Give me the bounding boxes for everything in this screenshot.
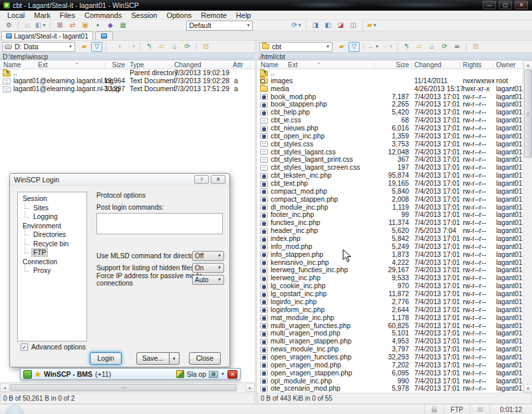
parent-directory-button[interactable]: ↰▼ bbox=[401, 42, 412, 52]
mlsd-combo[interactable]: Off ▼ bbox=[192, 251, 224, 261]
open-directory-button[interactable]: ▰▼ bbox=[336, 42, 347, 52]
book_mod.php[interactable]: book_mod.php 7,187 7/4/2013 17:01 rw-r--… bbox=[257, 93, 523, 101]
menu-item[interactable]: Options bbox=[162, 11, 196, 20]
new-session-button[interactable]: ◨▼ bbox=[310, 21, 321, 31]
save-button[interactable]: Save... bbox=[136, 352, 170, 365]
cbt_ie.css[interactable]: cbt_ie.css 68 7/4/2013 17:01 rw-r--r-- l… bbox=[257, 116, 523, 124]
lg_opstart_inc.php[interactable]: lg_opstart_inc.php 11,872 7/4/2013 17:01… bbox=[257, 290, 523, 298]
cbt_text.php[interactable]: cbt_text.php 19,165 7/4/2013 17:01 rw-r-… bbox=[257, 180, 523, 188]
refresh-button[interactable]: ⟳▼ bbox=[182, 42, 193, 52]
image-icon[interactable]: ▦ bbox=[209, 371, 218, 378]
session-tab[interactable]: Lagant/Steal-it - lagant01 bbox=[1, 31, 93, 40]
leerweg_inc.php[interactable]: leerweg_inc.php 9,533 7/4/2013 17:01 rw-… bbox=[257, 274, 523, 282]
cbt_teksten_inc.php[interactable]: cbt_teksten_inc.php 95,874 7/4/2013 17:0… bbox=[257, 172, 523, 180]
cbt_styles_lagant_screen.css[interactable]: cbt_styles_lagant_screen.css 197 7/4/201… bbox=[257, 164, 523, 172]
synchronize-button[interactable]: ⊞▼ bbox=[54, 21, 65, 31]
menu-item[interactable]: Commands bbox=[80, 11, 126, 20]
background-transfers-button[interactable]: ▦▼ bbox=[117, 21, 128, 31]
lagant01@elearning.lagant.nl-1.log[interactable]: lagant01@elearning.lagant.nl-1.log 30,29… bbox=[0, 85, 255, 93]
column-name[interactable]: Name bbox=[261, 61, 279, 69]
media[interactable]: media 4/26/2013 15:17 rwxr-xr-x lagant01 bbox=[257, 85, 523, 93]
site-manager-button[interactable]: ▰▼ bbox=[366, 21, 378, 31]
minimize-button[interactable]: — bbox=[483, 1, 496, 9]
menu-item[interactable]: Files bbox=[55, 11, 80, 20]
close-button[interactable]: ✕ bbox=[515, 1, 528, 9]
cbt_open_inc.php[interactable]: cbt_open_inc.php 1,359 7/4/2013 17:01 rw… bbox=[257, 132, 523, 140]
queue-button[interactable]: ▤▼ bbox=[22, 21, 33, 31]
dialog-close-button[interactable]: ✕ bbox=[211, 175, 225, 184]
mat_module_inc.php[interactable]: mat_module_inc.php 1,178 7/4/2013 17:01 … bbox=[257, 314, 523, 322]
vertical-scrollbar[interactable]: ▲ ▼ bbox=[523, 61, 532, 393]
menu-item[interactable]: Mark bbox=[29, 11, 55, 20]
column-name[interactable]: Name bbox=[3, 61, 21, 69]
parent-directory-button[interactable]: ↰▼ bbox=[144, 42, 155, 52]
menu-item[interactable]: Help bbox=[231, 11, 256, 20]
scroll-up-arrow[interactable]: ▲ bbox=[523, 61, 532, 69]
tree-item[interactable]: Logging bbox=[18, 212, 86, 222]
cbt_styles_lagant_print.css[interactable]: cbt_styles_lagant_print.css 367 7/4/2013… bbox=[257, 156, 523, 164]
column-changed[interactable]: Changed bbox=[174, 61, 201, 69]
multi_vragen_functies.php[interactable]: multi_vragen_functies.php 60,825 7/4/201… bbox=[257, 322, 523, 330]
column-size[interactable]: Size bbox=[93, 61, 125, 69]
tree-item[interactable]: Proxy bbox=[18, 266, 86, 276]
lg_cookie_inc.php[interactable]: lg_cookie_inc.php 970 7/4/2013 17:01 rw-… bbox=[257, 282, 523, 290]
forward-button[interactable]: →▼ bbox=[381, 42, 394, 52]
lagant01@elearning.lagant.nl.log[interactable]: lagant01@elearning.lagant.nl.log 19,964 … bbox=[0, 77, 255, 85]
cbt_styles_lagant.css[interactable]: cbt_styles_lagant.css 12,048 7/4/2013 17… bbox=[257, 148, 523, 156]
synchronize-browsing-button[interactable]: ⟳▼ bbox=[291, 21, 302, 31]
scroll-right-arrow[interactable]: ► bbox=[245, 383, 255, 392]
opl_module_inc.php[interactable]: opl_module_inc.php 990 7/4/2013 17:01 rw… bbox=[257, 377, 523, 385]
filter-button[interactable]: ▽▼ bbox=[91, 42, 102, 52]
tree-item[interactable]: FTP bbox=[18, 248, 86, 258]
dl_module_inc.php[interactable]: dl_module_inc.php 1,119 7/4/2013 17:01 r… bbox=[257, 204, 523, 212]
leerweg_functies_inc.php[interactable]: leerweg_functies_inc.php 29,167 7/4/2013… bbox=[257, 266, 523, 274]
column-changed[interactable]: Changed bbox=[414, 61, 442, 69]
root-directory-button[interactable]: ▱▼ bbox=[156, 42, 168, 52]
tree-item[interactable]: Environment bbox=[18, 222, 86, 231]
news_module_inc.php[interactable]: news_module_inc.php 3,797 7/4/2013 17:01… bbox=[257, 345, 523, 353]
maximize-button[interactable]: ▢ bbox=[499, 1, 512, 9]
tree-item[interactable]: Connection bbox=[18, 258, 86, 267]
compact_stappen.php[interactable]: compact_stappen.php 2,008 7/4/2013 17:01… bbox=[257, 196, 523, 204]
menu-item[interactable]: Session bbox=[126, 11, 162, 20]
loginform_inc.php[interactable]: loginform_inc.php 2,644 7/4/2013 17:01 r… bbox=[257, 306, 523, 314]
capture-save-button[interactable]: Sla op bbox=[187, 371, 206, 378]
info_mod.php[interactable]: info_mod.php 5,249 7/4/2013 17:01 rw-r--… bbox=[257, 243, 523, 251]
header_inc.php[interactable]: header_inc.php 5,620 7/5/2013 7:04 rw-r-… bbox=[257, 227, 523, 235]
forward-button[interactable]: →▼ bbox=[124, 42, 136, 52]
column-owner[interactable]: Owner bbox=[496, 61, 515, 69]
..[interactable]: .. bbox=[257, 69, 523, 77]
close-session-button[interactable]: ◪▼ bbox=[335, 21, 346, 31]
loginfo_inc.php[interactable]: loginfo_inc.php 2,776 7/4/2013 17:01 rw-… bbox=[257, 298, 523, 306]
column-size[interactable]: Size bbox=[377, 61, 409, 69]
local-path-bar[interactable]: D:\temp\winscp bbox=[0, 53, 255, 61]
menu-item[interactable]: Local bbox=[3, 11, 29, 20]
book_stappen.php[interactable]: book_stappen.php 2,265 7/4/2013 17:01 rw… bbox=[257, 101, 523, 108]
home-directory-button[interactable]: ⌂▼ bbox=[169, 42, 180, 52]
open_vragen_mod.php[interactable]: open_vragen_mod.php 7,202 7/4/2013 17:01… bbox=[257, 361, 523, 369]
help-button[interactable]: ? bbox=[194, 175, 209, 184]
ote_scenario_mod.php[interactable]: ote_scenario_mod.php 5,978 7/4/2013 17:0… bbox=[257, 385, 523, 393]
directory-tree-button[interactable]: ⊟▼ bbox=[470, 42, 481, 52]
force-ip-combo[interactable]: Auto ▼ bbox=[192, 275, 224, 285]
directory-tree-button[interactable]: ⊟▼ bbox=[200, 42, 211, 52]
tree-item[interactable]: Directories bbox=[18, 230, 86, 240]
home-directory-button[interactable]: ⌂▼ bbox=[426, 42, 438, 52]
column-ext[interactable]: Ext bbox=[288, 61, 297, 69]
scroll-left-arrow[interactable]: ◄ bbox=[0, 383, 9, 392]
column-type[interactable]: Type bbox=[130, 61, 144, 69]
horizontal-scrollbar[interactable]: ◄ ► bbox=[0, 382, 255, 393]
functies_inc.php[interactable]: functies_inc.php 11,374 7/4/2013 17:01 r… bbox=[257, 219, 523, 227]
back-button[interactable]: ←▼ bbox=[367, 42, 380, 52]
cbt_styles.css[interactable]: cbt_styles.css 3,753 7/4/2013 17:01 rw-r… bbox=[257, 140, 523, 148]
open_vragen_functies.php[interactable]: open_vragen_functies.php 32,293 7/4/2013… bbox=[257, 353, 523, 361]
post-login-commands-input[interactable] bbox=[96, 213, 223, 234]
scrollbar-thumb[interactable] bbox=[10, 384, 237, 391]
column-ext[interactable]: Ext bbox=[38, 61, 47, 69]
tree-item[interactable]: Session bbox=[18, 194, 86, 204]
preferences-button[interactable]: ⚙▼ bbox=[3, 21, 15, 31]
hidden-files-combo[interactable]: On ▼ bbox=[192, 263, 224, 273]
scrollbar-thumb[interactable] bbox=[524, 70, 532, 158]
open-directory-button[interactable]: ▰▼ bbox=[78, 42, 90, 52]
multi_vragen_mod.php[interactable]: multi_vragen_mod.php 5,101 7/4/2013 17:0… bbox=[257, 329, 523, 337]
